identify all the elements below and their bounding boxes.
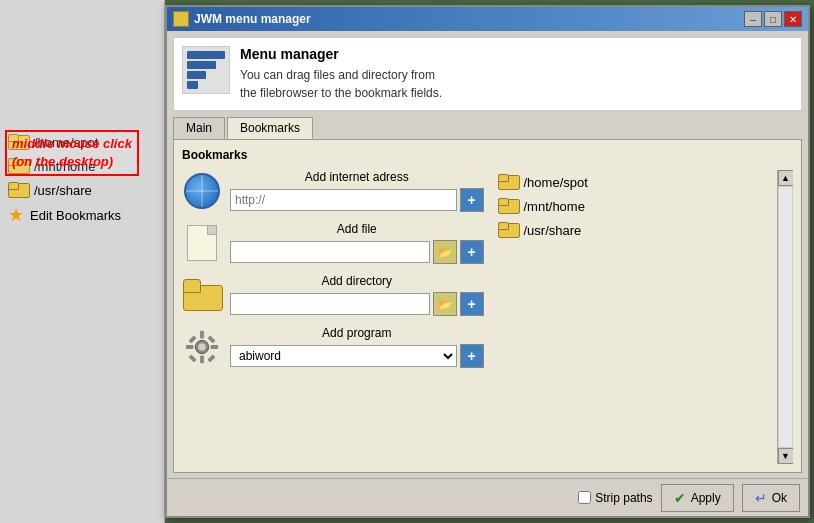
right-scrollbar: ▲ ▼ bbox=[777, 170, 793, 464]
directory-row: Add directory 📂 + bbox=[182, 274, 484, 316]
sidebar-item-label: /usr/share bbox=[34, 183, 92, 198]
footer: Strip paths ✔ Apply ↵ Ok bbox=[167, 478, 808, 516]
internet-label: Add internet adress bbox=[230, 170, 484, 184]
svg-rect-8 bbox=[188, 354, 196, 362]
sidebar-item-usr-share[interactable]: /usr/share bbox=[0, 178, 164, 202]
titlebar: JWM menu manager – □ ✕ bbox=[167, 7, 808, 31]
file-browse-button[interactable]: 📂 bbox=[433, 240, 457, 264]
tab-bookmarks[interactable]: Bookmarks bbox=[227, 117, 313, 139]
star-icon: ★ bbox=[8, 206, 24, 224]
svg-rect-6 bbox=[188, 335, 196, 343]
header-section: Menu manager You can drag files and dire… bbox=[173, 37, 802, 111]
ok-label: Ok bbox=[772, 491, 787, 505]
right-panel-item-usr-share[interactable]: /usr/share bbox=[492, 218, 778, 242]
content-area: Bookmarks Add internet adress + bbox=[173, 139, 802, 473]
svg-rect-7 bbox=[207, 335, 215, 343]
apply-button[interactable]: ✔ Apply bbox=[661, 484, 734, 512]
directory-browse-button[interactable]: 📂 bbox=[433, 292, 457, 316]
right-panel-item-mnt-home[interactable]: /mnt/home bbox=[492, 194, 778, 218]
strip-paths-container: Strip paths bbox=[578, 491, 652, 505]
directory-label: Add directory bbox=[230, 274, 484, 288]
right-panel-label: /usr/share bbox=[524, 223, 582, 238]
app-title-icon bbox=[173, 11, 189, 27]
doc-icon-container bbox=[182, 223, 222, 263]
file-row: Add file 📂 + bbox=[182, 222, 484, 264]
header-desc-line1: You can drag files and directory from bbox=[240, 66, 442, 84]
folder-icon bbox=[498, 198, 518, 214]
ok-button[interactable]: ↵ Ok bbox=[742, 484, 800, 512]
gear-icon-container bbox=[182, 327, 222, 367]
sidebar-item-edit-bookmarks[interactable]: ★ Edit Bookmarks bbox=[0, 202, 164, 228]
globe-icon bbox=[184, 173, 220, 209]
right-panel-list: /home/spot /mnt/home /usr/share bbox=[492, 170, 778, 464]
app-icon bbox=[182, 46, 230, 94]
directory-form: Add directory 📂 + bbox=[230, 274, 484, 316]
header-desc-line2: the filebrowser to the bookmark fields. bbox=[240, 84, 442, 102]
strip-paths-checkbox[interactable] bbox=[578, 491, 591, 504]
program-add-button[interactable]: + bbox=[460, 344, 484, 368]
folder-icon bbox=[8, 182, 28, 198]
file-input[interactable] bbox=[230, 241, 430, 263]
directory-add-button[interactable]: + bbox=[460, 292, 484, 316]
program-label: Add program bbox=[230, 326, 484, 340]
internet-form: Add internet adress + bbox=[230, 170, 484, 212]
folder-icon bbox=[498, 174, 518, 190]
globe-icon-container bbox=[182, 171, 222, 211]
svg-point-1 bbox=[198, 343, 206, 351]
tab-main[interactable]: Main bbox=[173, 117, 225, 139]
scroll-up-button[interactable]: ▲ bbox=[778, 170, 794, 186]
internet-inputs: + bbox=[230, 188, 484, 212]
program-select[interactable]: abiword bbox=[230, 345, 457, 367]
bookmarks-label: Bookmarks bbox=[182, 148, 793, 162]
strip-paths-label: Strip paths bbox=[595, 491, 652, 505]
internet-input[interactable] bbox=[230, 189, 457, 211]
sidebar: /home/spot /mnt/home /usr/share ★ Edit B… bbox=[0, 0, 165, 523]
ok-icon: ↵ bbox=[755, 490, 767, 506]
svg-rect-4 bbox=[186, 345, 194, 349]
maximize-button[interactable]: □ bbox=[764, 11, 782, 27]
right-panel-label: /mnt/home bbox=[524, 199, 585, 214]
titlebar-left: JWM menu manager bbox=[173, 11, 311, 27]
program-inputs: abiword + bbox=[230, 344, 484, 368]
file-label: Add file bbox=[230, 222, 484, 236]
apply-label: Apply bbox=[691, 491, 721, 505]
check-icon: ✔ bbox=[674, 490, 686, 506]
internet-add-button[interactable]: + bbox=[460, 188, 484, 212]
titlebar-buttons: – □ ✕ bbox=[744, 11, 802, 27]
program-row: Add program abiword + bbox=[182, 326, 484, 368]
svg-rect-9 bbox=[207, 354, 215, 362]
scroll-down-button[interactable]: ▼ bbox=[778, 448, 794, 464]
svg-rect-3 bbox=[200, 356, 204, 364]
document-icon bbox=[187, 225, 217, 261]
open-folder-icon bbox=[183, 279, 221, 311]
right-list-area: /home/spot /mnt/home /usr/share ▲ ▼ bbox=[492, 170, 794, 464]
directory-inputs: 📂 + bbox=[230, 292, 484, 316]
file-form: Add file 📂 + bbox=[230, 222, 484, 264]
tab-bar: Main Bookmarks bbox=[173, 117, 802, 139]
bookmarks-body: Add internet adress + Add file bbox=[182, 170, 793, 464]
gear-icon bbox=[183, 328, 221, 366]
add-section: Add internet adress + Add file bbox=[182, 170, 484, 464]
close-button[interactable]: ✕ bbox=[784, 11, 802, 27]
right-panel-item-home-spot[interactable]: /home/spot bbox=[492, 170, 778, 194]
right-panel-label: /home/spot bbox=[524, 175, 588, 190]
file-add-button[interactable]: + bbox=[460, 240, 484, 264]
header-text: Menu manager You can drag files and dire… bbox=[240, 46, 442, 102]
svg-rect-5 bbox=[211, 345, 219, 349]
main-window: JWM menu manager – □ ✕ Menu manager You … bbox=[165, 5, 810, 518]
minimize-button[interactable]: – bbox=[744, 11, 762, 27]
program-form: Add program abiword + bbox=[230, 326, 484, 368]
open-folder-icon-container bbox=[182, 275, 222, 315]
scroll-track[interactable] bbox=[778, 186, 793, 448]
header-title: Menu manager bbox=[240, 46, 442, 62]
sidebar-item-label: Edit Bookmarks bbox=[30, 208, 121, 223]
desktop-annotation: middle mouse click (on the desktop) bbox=[5, 130, 139, 176]
folder-icon bbox=[498, 222, 518, 238]
svg-rect-2 bbox=[200, 331, 204, 339]
directory-input[interactable] bbox=[230, 293, 430, 315]
file-inputs: 📂 + bbox=[230, 240, 484, 264]
internet-row: Add internet adress + bbox=[182, 170, 484, 212]
window-title: JWM menu manager bbox=[194, 12, 311, 26]
